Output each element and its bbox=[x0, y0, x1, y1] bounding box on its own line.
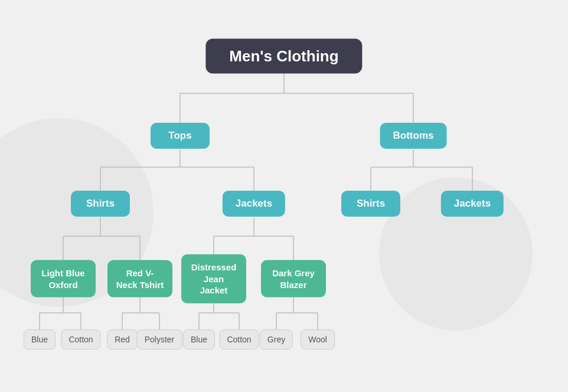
red1-node: Red bbox=[107, 329, 138, 349]
polyster1-label: Polyster bbox=[145, 335, 175, 344]
red1-label: Red bbox=[115, 335, 130, 344]
distressed-jacket-node: Distressed Jean Jacket bbox=[181, 254, 246, 303]
light-blue-oxford-label: Light Blue Oxford bbox=[39, 267, 87, 290]
cotton1-label: Cotton bbox=[68, 335, 93, 344]
wool1-node: Wool bbox=[301, 329, 335, 349]
root-label: Men's Clothing bbox=[229, 47, 338, 66]
bottoms-node: Bottoms bbox=[380, 123, 447, 149]
bottoms-label: Bottoms bbox=[393, 130, 434, 142]
tops-shirts-node: Shirts bbox=[71, 191, 130, 217]
cotton2-node: Cotton bbox=[219, 329, 259, 349]
dark-grey-blazer-label: Dark Grey Blazer bbox=[269, 267, 318, 290]
red-vneck-label: Red V-Neck Tshirt bbox=[116, 267, 164, 290]
tops-jackets-label: Jackets bbox=[236, 198, 272, 210]
blue1-label: Blue bbox=[31, 335, 48, 344]
root-node: Men's Clothing bbox=[205, 39, 362, 74]
cotton2-label: Cotton bbox=[227, 335, 251, 344]
polyster1-node: Polyster bbox=[137, 329, 182, 349]
dark-grey-blazer-node: Dark Grey Blazer bbox=[261, 260, 326, 298]
light-blue-oxford-node: Light Blue Oxford bbox=[31, 260, 96, 298]
grey1-label: Grey bbox=[267, 335, 285, 344]
bottoms-shirts-node: Shirts bbox=[341, 191, 400, 217]
distressed-jacket-label: Distressed Jean Jacket bbox=[190, 262, 238, 296]
blue2-label: Blue bbox=[191, 335, 207, 344]
cotton1-node: Cotton bbox=[61, 329, 100, 349]
red-vneck-node: Red V-Neck Tshirt bbox=[107, 260, 172, 298]
bottoms-jackets-label: Jackets bbox=[454, 198, 491, 210]
blue2-node: Blue bbox=[183, 329, 215, 349]
tops-shirts-label: Shirts bbox=[86, 198, 115, 210]
blue1-node: Blue bbox=[24, 329, 56, 349]
tops-jackets-node: Jackets bbox=[223, 191, 285, 217]
bottoms-jackets-node: Jackets bbox=[441, 191, 504, 217]
grey1-node: Grey bbox=[260, 329, 293, 349]
wool1-label: Wool bbox=[308, 335, 327, 344]
tops-node: Tops bbox=[151, 123, 210, 149]
tops-label: Tops bbox=[168, 130, 191, 142]
bottoms-shirts-label: Shirts bbox=[357, 198, 385, 210]
